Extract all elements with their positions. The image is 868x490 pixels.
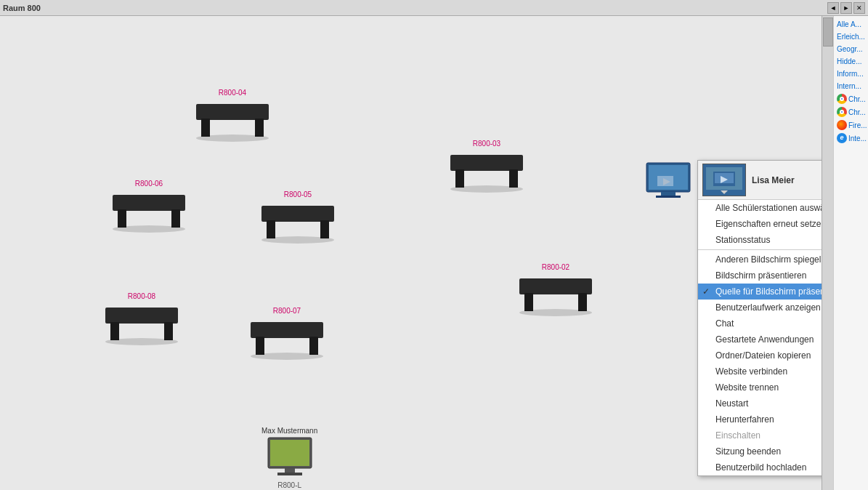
ctx-thumbnail (702, 164, 746, 196)
svg-rect-31 (578, 293, 587, 311)
screen-content-icon (713, 172, 735, 186)
svg-point-28 (261, 236, 334, 244)
right-panel-item-erleich[interactable]: Erleich... (835, 31, 867, 42)
desk-R800-02[interactable]: R800-02 (516, 263, 596, 316)
desk-R800-04[interactable]: R800-04 (192, 89, 272, 142)
right-panel-item-hidde[interactable]: Hidde... (835, 56, 867, 67)
right-panel-item-alle[interactable]: Alle A... (835, 19, 867, 30)
ctx-item-chat[interactable]: Chat (698, 316, 822, 332)
titlebar-controls: ◄ ► ✕ (827, 2, 865, 14)
svg-point-24 (113, 225, 185, 233)
svg-rect-4 (661, 192, 676, 196)
ctx-item-benutzerlaufwerk[interactable]: Benutzerlaufwerk anzeigen (698, 300, 822, 316)
desk-R800-08[interactable]: R800-08 (102, 292, 182, 345)
svg-rect-19 (509, 169, 518, 188)
desk-label: R800-02 (542, 263, 569, 271)
ctx-user-name: Lisa Meier (752, 175, 795, 185)
desk-icon (192, 98, 272, 142)
svg-rect-30 (524, 293, 533, 311)
right-panel-item-chrome1[interactable]: Chr... (835, 93, 867, 105)
desk-icon (102, 302, 182, 345)
svg-rect-7 (270, 440, 309, 466)
ctx-thumbnail-screen (706, 167, 742, 190)
canvas-area[interactable]: Max Mustermann R800-L (0, 16, 822, 490)
context-menu-header: Lisa Meier (698, 161, 822, 200)
svg-rect-26 (267, 220, 275, 238)
station-max-id-label: R800-L (277, 481, 301, 489)
svg-rect-18 (455, 169, 464, 188)
scrollbar-thumb[interactable] (823, 17, 833, 47)
ctx-item-anderen-spiegeln[interactable]: Anderen Bildschirm spiegeln (698, 252, 822, 268)
desk-label: R800-05 (284, 190, 312, 198)
firefox-icon (837, 120, 847, 130)
svg-rect-9 (277, 473, 302, 475)
close-btn[interactable]: ✕ (853, 2, 865, 14)
context-menu-items: Alle Schülerstationen auswählenEigenscha… (698, 200, 822, 475)
desk-label: R800-08 (128, 292, 155, 300)
ctx-item-ordner-kopieren[interactable]: Ordner/Dateien kopieren (698, 348, 822, 364)
svg-rect-22 (118, 209, 126, 228)
ctx-item-stationsstatus[interactable]: Stationsstatus (698, 232, 822, 248)
desk-R800-06[interactable]: R800-06 (109, 180, 189, 233)
ctx-item-eigenschaften[interactable]: Eigenschaften erneut setzen (698, 216, 822, 232)
ctx-item-website-verbinden[interactable]: Website verbinden (698, 364, 822, 379)
computer-icon (643, 161, 694, 201)
svg-rect-29 (519, 278, 592, 294)
desk-label: R800-06 (135, 180, 163, 188)
canvas-scrollbar[interactable] (822, 16, 833, 490)
desk-label: R800-07 (273, 307, 301, 315)
ctx-item-benutzerbild[interactable]: Benutzerbild hochladen (698, 459, 822, 475)
desk-R800-03[interactable]: R800-03 (447, 140, 527, 193)
ctx-item-website-trennen[interactable]: Website trennen (698, 379, 822, 395)
svg-point-20 (450, 185, 523, 193)
right-panel-item-geogr[interactable]: Geogr... (835, 44, 867, 55)
svg-rect-33 (105, 308, 178, 324)
context-menu: Lisa Meier Alle Schülerstationen auswähl… (697, 160, 822, 476)
nav-left-btn[interactable]: ◄ (827, 2, 839, 14)
nav-right-btn[interactable]: ► (840, 2, 852, 14)
desk-icon (109, 189, 189, 233)
checkmark-icon: ✓ (702, 286, 710, 297)
desk-R800-07[interactable]: R800-07 (247, 307, 327, 360)
svg-rect-35 (164, 322, 173, 340)
ctx-item-neustart[interactable]: Neustart (698, 395, 822, 411)
svg-rect-17 (450, 155, 523, 171)
titlebar: Raum 800 ◄ ► ✕ (0, 0, 868, 16)
desk-icon (247, 316, 327, 360)
svg-rect-37 (251, 322, 323, 338)
station-lisa[interactable] (643, 161, 694, 201)
desk-icon (258, 200, 338, 244)
svg-rect-21 (113, 195, 185, 211)
ctx-item-sitzung-beenden[interactable]: Sitzung beenden (698, 443, 822, 459)
desk-icon (447, 149, 527, 193)
svg-rect-13 (196, 104, 269, 120)
station-max[interactable]: Max Mustermann R800-L (261, 427, 317, 489)
svg-rect-34 (110, 322, 119, 340)
right-panel-item-firefox[interactable]: Fire... (835, 119, 867, 131)
arrow-icon (721, 190, 728, 194)
svg-rect-8 (285, 468, 295, 473)
desk-icon (516, 273, 596, 316)
svg-rect-14 (201, 119, 210, 137)
main-area: Max Mustermann R800-L (0, 16, 868, 490)
right-panel-item-chrome2[interactable]: Chr... (835, 106, 867, 118)
ctx-item-alle-schueler[interactable]: Alle Schülerstationen auswählen (698, 200, 822, 216)
ctx-item-gestartete[interactable]: Gestartete Anwendungen (698, 332, 822, 348)
right-panel-item-ie[interactable]: eInte... (835, 132, 867, 144)
right-panel: Alle A...Erleich...Geogr...Hidde...Infor… (833, 16, 868, 490)
svg-rect-27 (320, 220, 329, 238)
right-panel-item-inform[interactable]: Inform... (835, 68, 867, 79)
window-title: Raum 800 (3, 4, 41, 12)
ctx-item-quelle-praes[interactable]: ✓Quelle für Bildschirm präsentieren↖ (698, 284, 822, 300)
svg-point-40 (251, 353, 323, 360)
station-max-name-label: Max Mustermann (261, 427, 317, 435)
ctx-item-einschalten: Einschalten (698, 427, 822, 443)
right-panel-item-intern[interactable]: Intern... (835, 81, 867, 92)
desk-R800-05[interactable]: R800-05 (258, 190, 338, 244)
ctx-item-herunterfahren[interactable]: Herunterfahren (698, 411, 822, 427)
ctx-separator (698, 249, 822, 250)
svg-rect-5 (656, 196, 681, 198)
svg-rect-15 (255, 119, 264, 137)
ctx-item-bildschirm-praes[interactable]: Bildschirm präsentieren (698, 268, 822, 284)
ie-icon: e (837, 133, 847, 143)
